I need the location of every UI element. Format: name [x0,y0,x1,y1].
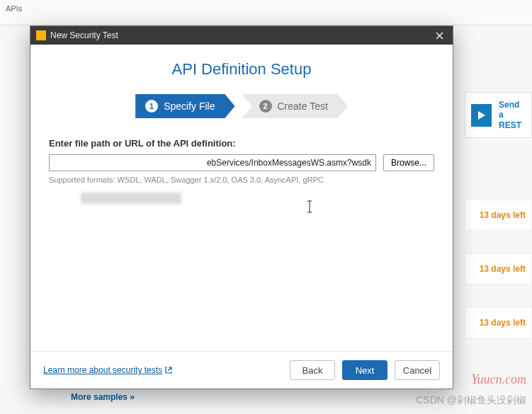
browse-button[interactable]: Browse... [383,154,434,171]
watermark-csdn: CSDN @剁椒鱼头没剁椒 [416,394,526,407]
step-number-badge: 2 [259,100,272,113]
dialog-titlebar: New Security Test [30,26,453,45]
back-button[interactable]: Back [290,360,335,380]
svg-marker-0 [478,111,485,120]
bg-send-request-card[interactable]: Send a REST [465,92,532,138]
step-label: Specify File [164,100,215,112]
watermark-yuucn: Yuucn.com [471,372,526,387]
topbar-fragment: APIs [6,4,22,13]
redacted-region [81,192,181,204]
bg-days-left-badge: 13 days left [465,253,532,284]
dialog-title: New Security Test [50,30,118,40]
background-right-panel: Send a REST 13 days left 13 days left 13… [465,92,532,338]
file-path-label: Enter file path or URL of the API defini… [49,138,434,149]
bg-send-text: Send a REST [499,100,526,130]
background-topbar: APIs [0,0,532,25]
page-title: API Definition Setup [49,60,434,79]
bg-days-left-badge: 13 days left [465,200,532,231]
dialog-footer: Learn more about security tests Back Nex… [30,351,453,389]
step-specify-file[interactable]: 1 Specify File [135,94,234,118]
supported-formats-hint: Supported formats: WSDL, WADL, Swagger 1… [49,176,434,184]
close-button[interactable] [431,28,447,43]
bg-days-left-badge: 13 days left [465,307,532,338]
app-icon [36,30,46,40]
external-link-icon [165,367,172,374]
dialog-content: API Definition Setup 1 Specify File 2 Cr… [30,45,453,351]
cancel-button[interactable]: Cancel [395,360,440,380]
step-create-test[interactable]: 2 Create Test [242,94,348,118]
close-icon [436,32,443,40]
more-samples-link[interactable]: More samples » [71,392,135,402]
step-number-badge: 1 [145,100,158,113]
text-cursor-icon [304,200,315,214]
wizard-steps: 1 Specify File 2 Create Test [49,94,434,118]
step-label: Create Test [278,100,328,112]
bg-trial-days-group: 13 days left 13 days left 13 days left [465,200,532,338]
new-security-test-dialog: New Security Test API Definition Setup 1… [30,25,453,389]
wizard-buttons: Back Next Cancel [290,360,440,380]
next-button[interactable]: Next [342,360,387,380]
file-path-input[interactable] [49,154,376,171]
learn-more-link[interactable]: Learn more about security tests [43,365,172,375]
play-icon [471,104,492,127]
